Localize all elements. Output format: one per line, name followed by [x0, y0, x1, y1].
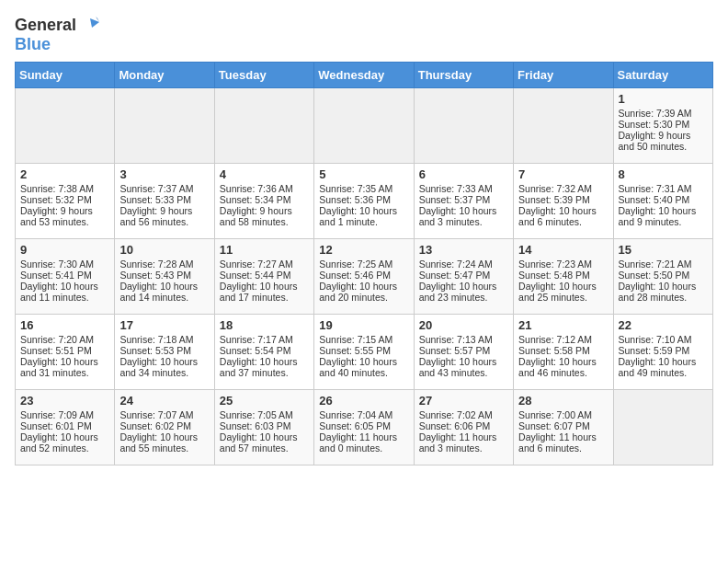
cell-info: Sunset: 5:40 PM — [619, 194, 708, 205]
cell-info: Sunset: 5:51 PM — [20, 345, 109, 356]
cell-info: Sunrise: 7:15 AM — [319, 334, 408, 345]
calendar-cell — [16, 88, 115, 164]
cell-info: Sunrise: 7:27 AM — [220, 259, 309, 270]
cell-info: Sunrise: 7:36 AM — [220, 183, 309, 194]
day-number: 6 — [419, 167, 508, 181]
day-number: 8 — [619, 167, 708, 181]
day-number: 2 — [20, 167, 109, 181]
cell-info: Sunset: 6:01 PM — [20, 420, 109, 431]
day-number: 25 — [220, 394, 309, 408]
calendar-cell: 17Sunrise: 7:18 AMSunset: 5:53 PMDayligh… — [115, 315, 214, 390]
day-number: 23 — [20, 394, 109, 408]
calendar-table: SundayMondayTuesdayWednesdayThursdayFrid… — [15, 62, 713, 465]
calendar-cell: 2Sunrise: 7:38 AMSunset: 5:32 PMDaylight… — [16, 164, 115, 239]
header-tuesday: Tuesday — [214, 63, 313, 88]
cell-info: Sunrise: 7:23 AM — [518, 259, 608, 270]
calendar-cell — [414, 88, 513, 164]
cell-info: Sunrise: 7:38 AM — [20, 183, 109, 194]
cell-info: Daylight: 11 hours and 6 minutes. — [518, 431, 608, 454]
header-sunday: Sunday — [16, 63, 115, 88]
cell-info: Daylight: 10 hours and 17 minutes. — [220, 281, 309, 303]
cell-info: Daylight: 10 hours and 9 minutes. — [619, 205, 708, 227]
logo: General Blue — [15, 15, 99, 54]
cell-info: Daylight: 10 hours and 37 minutes. — [220, 356, 309, 378]
cell-info: Daylight: 9 hours and 50 minutes. — [619, 130, 708, 152]
day-number: 4 — [220, 167, 309, 181]
cell-info: Daylight: 11 hours and 0 minutes. — [319, 431, 408, 454]
calendar-cell: 27Sunrise: 7:02 AMSunset: 6:06 PMDayligh… — [414, 390, 513, 465]
cell-info: Sunset: 5:47 PM — [419, 270, 508, 281]
day-number: 3 — [119, 167, 209, 181]
day-number: 10 — [119, 243, 209, 257]
cell-info: Sunset: 5:59 PM — [619, 345, 708, 356]
cell-info: Daylight: 10 hours and 11 minutes. — [20, 281, 109, 303]
cell-info: Sunset: 6:06 PM — [419, 420, 508, 431]
cell-info: Sunrise: 7:20 AM — [20, 334, 109, 345]
logo-bird-icon — [79, 15, 99, 35]
day-number: 7 — [518, 167, 608, 181]
calendar-cell: 14Sunrise: 7:23 AMSunset: 5:48 PMDayligh… — [514, 239, 613, 315]
cell-info: Sunset: 5:37 PM — [419, 194, 508, 205]
calendar-cell: 20Sunrise: 7:13 AMSunset: 5:57 PMDayligh… — [414, 315, 513, 390]
cell-info: Sunrise: 7:28 AM — [119, 259, 209, 270]
cell-info: Daylight: 10 hours and 49 minutes. — [619, 356, 708, 378]
day-number: 11 — [220, 243, 309, 257]
calendar-header: SundayMondayTuesdayWednesdayThursdayFrid… — [16, 63, 713, 88]
calendar-cell: 5Sunrise: 7:35 AMSunset: 5:36 PMDaylight… — [314, 164, 414, 239]
calendar-cell: 28Sunrise: 7:00 AMSunset: 6:07 PMDayligh… — [514, 390, 613, 465]
day-number: 26 — [319, 394, 408, 408]
calendar-cell: 3Sunrise: 7:37 AMSunset: 5:33 PMDaylight… — [115, 164, 214, 239]
cell-info: Sunrise: 7:05 AM — [220, 409, 309, 420]
calendar-cell: 12Sunrise: 7:25 AMSunset: 5:46 PMDayligh… — [314, 239, 414, 315]
logo-general: General — [15, 16, 76, 35]
cell-info: Sunset: 5:34 PM — [220, 194, 309, 205]
calendar-cell — [514, 88, 613, 164]
calendar-cell: 7Sunrise: 7:32 AMSunset: 5:39 PMDaylight… — [514, 164, 613, 239]
calendar-cell — [214, 88, 313, 164]
cell-info: Sunrise: 7:25 AM — [319, 259, 408, 270]
calendar-cell: 15Sunrise: 7:21 AMSunset: 5:50 PMDayligh… — [613, 239, 712, 315]
cell-info: Sunrise: 7:00 AM — [518, 409, 608, 420]
cell-info: Sunset: 5:58 PM — [518, 345, 608, 356]
calendar-cell — [115, 88, 214, 164]
cell-info: Sunset: 5:32 PM — [20, 194, 109, 205]
cell-info: Daylight: 10 hours and 31 minutes. — [20, 356, 109, 378]
cell-info: Sunrise: 7:17 AM — [220, 334, 309, 345]
cell-info: Sunset: 5:48 PM — [518, 270, 608, 281]
calendar-cell: 13Sunrise: 7:24 AMSunset: 5:47 PMDayligh… — [414, 239, 513, 315]
calendar-cell — [314, 88, 414, 164]
day-number: 14 — [518, 243, 608, 257]
day-number: 27 — [419, 394, 508, 408]
cell-info: Daylight: 10 hours and 25 minutes. — [518, 281, 608, 303]
cell-info: Sunrise: 7:39 AM — [619, 108, 708, 119]
day-number: 22 — [619, 318, 708, 332]
calendar-cell: 11Sunrise: 7:27 AMSunset: 5:44 PMDayligh… — [214, 239, 313, 315]
day-number: 20 — [419, 318, 508, 332]
cell-info: Sunset: 5:41 PM — [20, 270, 109, 281]
day-number: 13 — [419, 243, 508, 257]
cell-info: Sunrise: 7:24 AM — [419, 259, 508, 270]
calendar-cell: 19Sunrise: 7:15 AMSunset: 5:55 PMDayligh… — [314, 315, 414, 390]
calendar-cell: 25Sunrise: 7:05 AMSunset: 6:03 PMDayligh… — [214, 390, 313, 465]
day-number: 5 — [319, 167, 408, 181]
cell-info: Daylight: 11 hours and 3 minutes. — [419, 431, 508, 454]
cell-info: Daylight: 10 hours and 46 minutes. — [518, 356, 608, 378]
calendar-cell: 9Sunrise: 7:30 AMSunset: 5:41 PMDaylight… — [16, 239, 115, 315]
calendar-cell: 26Sunrise: 7:04 AMSunset: 6:05 PMDayligh… — [314, 390, 414, 465]
cell-info: Sunrise: 7:33 AM — [419, 183, 508, 194]
calendar-cell: 4Sunrise: 7:36 AMSunset: 5:34 PMDaylight… — [214, 164, 313, 239]
day-number: 21 — [518, 318, 608, 332]
calendar-cell: 10Sunrise: 7:28 AMSunset: 5:43 PMDayligh… — [115, 239, 214, 315]
cell-info: Daylight: 9 hours and 56 minutes. — [119, 205, 209, 227]
cell-info: Sunset: 5:57 PM — [419, 345, 508, 356]
day-number: 9 — [20, 243, 109, 257]
cell-info: Daylight: 10 hours and 40 minutes. — [319, 356, 408, 378]
cell-info: Sunrise: 7:12 AM — [518, 334, 608, 345]
day-number: 12 — [319, 243, 408, 257]
header-monday: Monday — [115, 63, 214, 88]
cell-info: Sunrise: 7:37 AM — [119, 183, 209, 194]
calendar-cell: 24Sunrise: 7:07 AMSunset: 6:02 PMDayligh… — [115, 390, 214, 465]
cell-info: Sunrise: 7:21 AM — [619, 259, 708, 270]
calendar-cell: 6Sunrise: 7:33 AMSunset: 5:37 PMDaylight… — [414, 164, 513, 239]
calendar-cell — [613, 390, 712, 465]
